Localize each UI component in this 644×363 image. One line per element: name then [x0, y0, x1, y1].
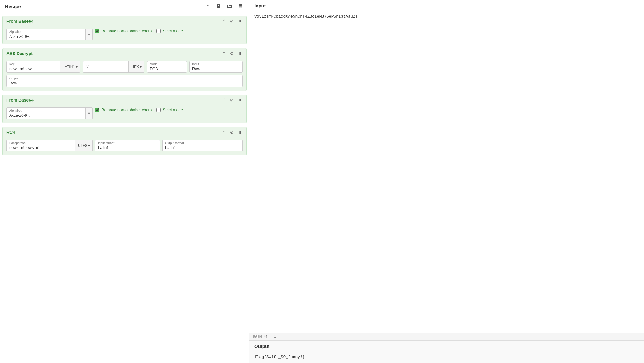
from-base64-2-alphabet-field: Alphabet A-Za-z0-9+/= ▾ [6, 107, 93, 119]
from-base64-1-strict-checkbox[interactable] [156, 29, 161, 33]
aes-mode-label: Mode [150, 63, 184, 66]
aes-input-label: Input [192, 63, 240, 66]
aes-input-value[interactable]: Raw [192, 67, 240, 71]
rc4-passphrase-field: Passphrase newstar!newstar! UTF8▾ [6, 140, 93, 151]
input-lines-icon: ≡ [271, 335, 273, 338]
input-text[interactable]: yoVLzsYRCpicdXAe5hChT4ZQcIeM376eP6hI3tAa… [249, 10, 644, 333]
from-base64-1-title: From Base64 [6, 19, 34, 24]
aes-decrypt-body: Key newstar!new... LATIN1▾ IV HEX▾ [3, 58, 246, 91]
rc4-inputfmt-field: Input format Latin1 [95, 140, 160, 151]
from-base64-1-body: Alphabet A-Za-z0-9+/= ▾ Remove non-alpha… [3, 26, 246, 44]
rc4-inputfmt-value[interactable]: Latin1 [98, 145, 157, 150]
rc4-block: RC4 ⌃ ⊘ ⏸ Passphrase newstar!newstar! UT… [2, 127, 247, 155]
input-abc-badge-item: ABC 44 [253, 335, 267, 338]
recipe-title: Recipe [5, 4, 21, 10]
from-base64-1-strict-checkbox-label[interactable]: Strict mode [156, 29, 183, 33]
from-base64-1-field-group: Alphabet A-Za-z0-9+/= ▾ Remove non-alpha… [6, 29, 243, 40]
from-base64-1-collapse-btn[interactable]: ⌃ [221, 18, 227, 24]
from-base64-1-remove-checkbox-label[interactable]: Remove non-alphabet chars [95, 29, 152, 33]
from-base64-2-remove-checkbox[interactable] [95, 108, 99, 112]
from-base64-1-alphabet-dropdown[interactable]: ▾ [85, 29, 92, 40]
aes-key-value[interactable]: newstar!new... [9, 67, 57, 71]
aes-iv-field: IV HEX▾ [83, 61, 144, 73]
rc4-body: Passphrase newstar!newstar! UTF8▾ Input … [3, 137, 246, 155]
from-base64-2-alphabet-dropdown[interactable]: ▾ [85, 108, 92, 119]
aes-key-field: Key newstar!new... LATIN1▾ [6, 61, 80, 73]
from-base64-2-pause-btn[interactable]: ⏸ [237, 97, 243, 103]
aes-mode-value[interactable]: ECB [150, 67, 184, 71]
from-base64-2-title: From Base64 [6, 98, 34, 103]
output-text[interactable]: flag{Sw1ft_$0_funny!} [249, 351, 644, 363]
aes-output-value[interactable]: Raw [9, 81, 240, 85]
aes-decrypt-row1: Key newstar!new... LATIN1▾ IV HEX▾ [6, 61, 243, 73]
aes-decrypt-controls: ⌃ ⊘ ⏸ [221, 51, 243, 56]
aes-decrypt-title: AES Decrypt [6, 51, 33, 56]
input-section-label: Input [249, 0, 644, 10]
from-base64-2-strict-checkbox-label[interactable]: Strict mode [156, 107, 183, 112]
from-base64-1-alphabet-field: Alphabet A-Za-z0-9+/= ▾ [6, 29, 93, 40]
load-recipe-button[interactable] [226, 3, 233, 10]
rc4-disable-btn[interactable]: ⊘ [229, 130, 234, 135]
aes-output-label: Output [9, 77, 240, 80]
from-base64-2-body: Alphabet A-Za-z0-9+/= ▾ Remove non-alpha… [3, 105, 246, 123]
aes-decrypt-collapse-btn[interactable]: ⌃ [221, 51, 227, 56]
clear-recipe-button[interactable] [237, 3, 244, 10]
output-section-label: Output [249, 341, 644, 351]
right-panel: Input yoVLzsYRCpicdXAe5hChT4ZQcIeM376eP6… [249, 0, 644, 363]
rc4-outputfmt-value[interactable]: Latin1 [165, 145, 240, 150]
aes-output-field: Output Raw [6, 75, 243, 87]
aes-decrypt-row2: Output Raw [6, 75, 243, 87]
rc4-passphrase-encoding-dropdown[interactable]: UTF8▾ [75, 140, 92, 151]
from-base64-1-alphabet-label: Alphabet [9, 30, 83, 34]
rc4-outputfmt-label: Output format [165, 141, 240, 145]
from-base64-1-disable-btn[interactable]: ⊘ [229, 18, 234, 24]
from-base64-2-remove-checkbox-label[interactable]: Remove non-alphabet chars [95, 107, 152, 112]
from-base64-2-strict-label: Strict mode [163, 107, 183, 112]
from-base64-2-block: From Base64 ⌃ ⊘ ⏸ Alphabet A-Za-z0-9+/= … [2, 95, 247, 123]
recipe-header-icons: ⌃ [205, 3, 244, 10]
aes-iv-label: IV [86, 65, 126, 68]
aes-iv-encoding-dropdown[interactable]: HEX▾ [128, 61, 144, 72]
from-base64-2-collapse-btn[interactable]: ⌃ [221, 97, 227, 103]
from-base64-1-pause-btn[interactable]: ⏸ [237, 18, 243, 24]
aes-decrypt-pause-btn[interactable]: ⏸ [237, 51, 243, 56]
rc4-controls: ⌃ ⊘ ⏸ [221, 130, 243, 135]
save-recipe-button[interactable] [215, 3, 222, 10]
aes-mode-field: Mode ECB [147, 61, 187, 73]
aes-key-encoding-value: LATIN1 [63, 65, 75, 69]
from-base64-2-disable-btn[interactable]: ⊘ [229, 97, 234, 103]
aes-key-label: Key [9, 63, 57, 66]
from-base64-1-controls: ⌃ ⊘ ⏸ [221, 18, 243, 24]
input-abc-badge: ABC [253, 335, 262, 338]
from-base64-1-remove-checkbox[interactable] [95, 29, 99, 33]
aes-iv-encoding-value: HEX [131, 65, 139, 69]
rc4-row: Passphrase newstar!newstar! UTF8▾ Input … [6, 140, 243, 151]
from-base64-1-remove-label: Remove non-alphabet chars [101, 29, 152, 33]
aes-key-encoding-dropdown[interactable]: LATIN1▾ [60, 61, 80, 72]
rc4-passphrase-label: Passphrase [9, 141, 73, 145]
from-base64-2-field-group: Alphabet A-Za-z0-9+/= ▾ Remove non-alpha… [6, 107, 243, 119]
from-base64-2-checkboxes: Remove non-alphabet chars Strict mode [95, 107, 183, 112]
collapse-recipe-button[interactable]: ⌃ [205, 3, 211, 10]
rc4-passphrase-encoding-value: UTF8 [78, 143, 87, 148]
rc4-title: RC4 [6, 130, 15, 135]
input-status-bar: ABC 44 ≡ 1 [249, 333, 644, 340]
from-base64-1-block: From Base64 ⌃ ⊘ ⏸ Alphabet A-Za-z0-9+/= … [2, 16, 247, 44]
rc4-pause-btn[interactable]: ⏸ [237, 130, 243, 135]
rc4-inputfmt-label: Input format [98, 141, 157, 145]
input-section: Input yoVLzsYRCpicdXAe5hChT4ZQcIeM376eP6… [249, 0, 644, 333]
rc4-outputfmt-field: Output format Latin1 [162, 140, 243, 151]
from-base64-2-strict-checkbox[interactable] [156, 108, 161, 112]
left-panel: Recipe ⌃ From Base64 [0, 0, 249, 363]
aes-decrypt-disable-btn[interactable]: ⊘ [229, 51, 234, 56]
from-base64-2-alphabet-label: Alphabet [9, 109, 83, 112]
output-section: Output flag{Sw1ft_$0_funny!} [249, 340, 644, 363]
from-base64-2-alphabet-value: A-Za-z0-9+/= [9, 113, 83, 118]
rc4-collapse-btn[interactable]: ⌃ [221, 130, 227, 135]
from-base64-2-remove-label: Remove non-alphabet chars [101, 107, 152, 112]
aes-input-field: Input Raw [189, 61, 243, 73]
rc4-passphrase-value[interactable]: newstar!newstar! [9, 145, 73, 150]
from-base64-1-alphabet-value: A-Za-z0-9+/= [9, 34, 83, 39]
rc4-header: RC4 ⌃ ⊘ ⏸ [3, 127, 246, 137]
from-base64-1-strict-label: Strict mode [163, 29, 183, 33]
